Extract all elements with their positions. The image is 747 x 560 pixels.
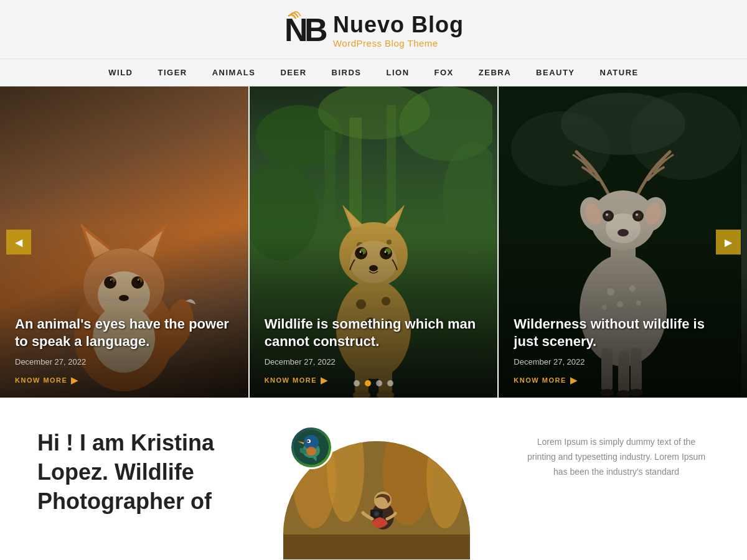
main-nav: WILD TIGER ANIMALS DEER BIRDS LION FOX Z… [0,59,747,86]
logo-icon: N B [283,11,327,49]
bird-avatar [289,426,333,469]
nav-item-tiger[interactable]: TIGER [157,68,187,77]
hero-slider: An animal's eyes have the power to speak… [0,86,747,398]
nav-item-wild[interactable]: WILD [108,68,133,77]
slide-link-arrow-cheetah: ▶ [321,375,329,385]
logo-text: Nuevo Blog WordPress Blog Theme [333,12,464,49]
logo-subtitle: WordPress Blog Theme [333,38,464,49]
slider-dot-1[interactable] [354,380,360,386]
slide-panel-cheetah: Wildlife is something which man cannot c… [248,86,498,398]
slide-title-cheetah: Wildlife is something which man cannot c… [265,315,483,351]
about-right: Lorem Ipsum is simply dummy text of the … [523,429,710,479]
next-arrow-icon: ▶ [725,236,732,248]
slide-title-deer: Wilderness without wildlife is just scen… [514,315,732,351]
slide-panel-deer: Wilderness without wildlife is just scen… [497,86,747,398]
nav-item-nature[interactable]: NATURE [600,68,639,77]
svg-point-93 [308,441,309,442]
bird-icon [293,429,330,466]
photo-container [283,429,476,547]
svg-point-94 [306,447,316,455]
svg-text:B: B [304,12,327,48]
slide-date-deer: December 27, 2022 [514,357,732,366]
nav-item-zebra[interactable]: ZEBRA [479,68,511,77]
slider-dot-3[interactable] [376,380,382,386]
slide-link-deer[interactable]: KNOW MORE ▶ [514,375,732,385]
site-header: N B Nuevo Blog WordPress Blog Theme [0,0,747,59]
svg-point-105 [375,512,378,516]
slider-dot-4[interactable] [387,380,393,386]
logo-title: Nuevo Blog [333,12,464,38]
slider-next-button[interactable]: ▶ [716,230,741,254]
slide-content-deer: Wilderness without wildlife is just scen… [499,303,747,398]
nav-item-beauty[interactable]: BEAUTY [536,68,575,77]
slide-link-arrow-deer: ▶ [570,375,578,385]
slide-date-fox: December 27, 2022 [15,357,233,366]
svg-rect-100 [283,534,470,559]
about-center [274,429,486,547]
nav-item-fox[interactable]: FOX [435,68,454,77]
slider-dots [354,380,393,386]
nav-item-deer[interactable]: DEER [280,68,306,77]
lorem-text: Lorem Ipsum is simply dummy text of the … [523,435,710,479]
slide-content-fox: An animal's eyes have the power to speak… [0,303,248,398]
slide-date-cheetah: December 27, 2022 [265,357,483,366]
nav-item-birds[interactable]: BIRDS [332,68,362,77]
prev-arrow-icon: ◀ [15,236,22,248]
slider-dot-2[interactable] [365,380,371,386]
nav-item-animals[interactable]: ANIMALS [212,68,256,77]
about-section: Hi ! I am Kristina Lopez. Wildlife Photo… [0,398,747,560]
about-title: Hi ! I am Kristina Lopez. Wildlife Photo… [37,429,237,516]
nav-item-lion[interactable]: LION [387,68,410,77]
slide-link-fox[interactable]: KNOW MORE ▶ [15,375,233,385]
about-left: Hi ! I am Kristina Lopez. Wildlife Photo… [37,429,237,516]
slide-title-fox: An animal's eyes have the power to speak… [15,315,233,351]
slide-link-arrow-fox: ▶ [71,375,79,385]
slider-prev-button[interactable]: ◀ [6,230,31,254]
logo[interactable]: N B Nuevo Blog WordPress Blog Theme [283,11,464,49]
slide-panel-fox: An animal's eyes have the power to speak… [0,86,248,398]
